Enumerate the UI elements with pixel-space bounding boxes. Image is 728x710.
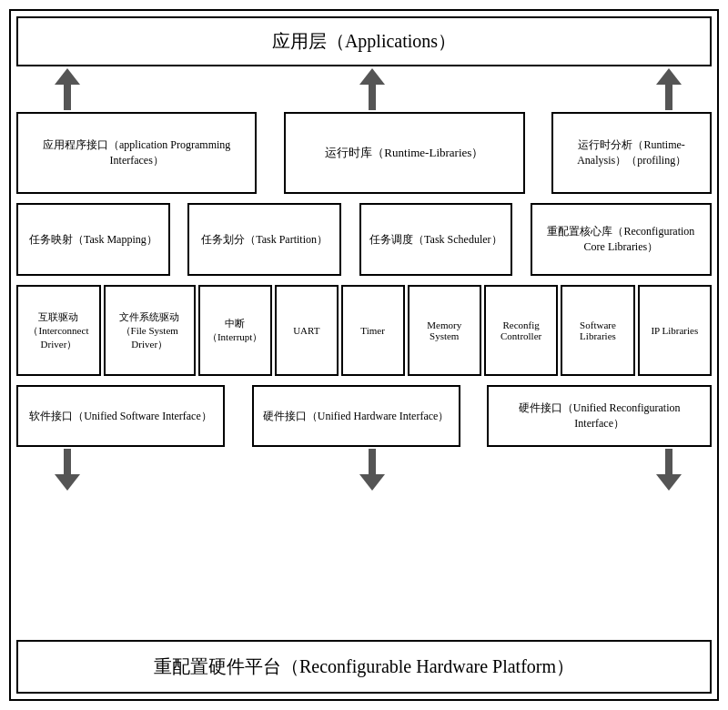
hardware-interface-label: 硬件接口（Unified Hardware Interface） <box>263 409 450 424</box>
runtime-lib-box: 运行时库（Runtime-Libraries） <box>284 112 524 194</box>
reconfig-interface-label: 硬件接口（Unified Reconfiguration Interface） <box>494 401 704 431</box>
arrow-down-shaft-1 <box>64 449 71 474</box>
arrow-up-1-col <box>16 66 118 112</box>
interconnect-driver-label: 互联驱动（Interconnect Driver） <box>24 310 94 351</box>
applications-title: 应用层（Applications） <box>272 31 456 51</box>
interfaces-row: 软件接口（Unified Software Interface） 硬件接口（Un… <box>16 385 712 447</box>
interrupt-label: 中断（Interrupt） <box>206 317 265 344</box>
uart-label: UART <box>293 325 319 336</box>
task-partition-box: 任务划分（Task Partition） <box>187 203 341 276</box>
task-scheduler-box: 任务调度（Task Scheduler） <box>359 203 513 276</box>
hardware-interface-box: 硬件接口（Unified Hardware Interface） <box>252 385 460 447</box>
memory-system-box: Memory System <box>408 285 481 376</box>
hardware-platform-title: 重配置硬件平台（Reconfigurable Hardware Platform… <box>154 656 574 676</box>
runtime-analysis-box: 运行时分析（Runtime-Analysis）（profiling） <box>551 112 712 194</box>
interrupt-box: 中断（Interrupt） <box>198 285 272 376</box>
reconfig-controller-box: Reconfig Controller <box>484 285 558 376</box>
architecture-diagram: 应用层（Applications） 应用程序接口（applicat <box>9 9 719 701</box>
arrow-down-shaft-2 <box>369 449 376 474</box>
arrow-down-3 <box>656 449 682 491</box>
runtime-analysis-label: 运行时分析（Runtime-Analysis）（profiling） <box>559 137 704 168</box>
timer-label: Timer <box>360 325 385 336</box>
arrows-row-down <box>16 447 712 492</box>
arrow-down-1 <box>55 449 80 491</box>
arrow-down-2-col <box>330 447 415 492</box>
arrow-head-1 <box>55 68 80 85</box>
software-libraries-label: Software Libraries <box>568 320 627 341</box>
filesystem-driver-label: 文件系统驱动（File System Driver） <box>111 310 188 351</box>
api-label: 应用程序接口（application Programming Interface… <box>24 137 249 168</box>
arrow-down-head-1 <box>55 474 80 491</box>
arrow-up-3 <box>656 68 682 110</box>
api-row: 应用程序接口（application Programming Interface… <box>16 112 712 194</box>
interconnect-driver-box: 互联驱动（Interconnect Driver） <box>16 285 101 376</box>
arrow-up-1 <box>55 68 80 110</box>
runtime-lib-label: 运行时库（Runtime-Libraries） <box>325 145 483 161</box>
hardware-platform-layer: 重配置硬件平台（Reconfigurable Hardware Platform… <box>16 640 712 694</box>
task-mapping-box: 任务映射（Task Mapping） <box>16 203 170 276</box>
arrow-head-3 <box>656 68 682 85</box>
arrow-up-2-col <box>330 66 415 112</box>
arrow-down-head-3 <box>656 474 682 491</box>
software-interface-box: 软件接口（Unified Software Interface） <box>16 385 225 447</box>
arrow-down-2 <box>359 449 385 491</box>
uart-box: UART <box>275 285 339 376</box>
reconfig-controller-label: Reconfig Controller <box>491 320 551 341</box>
arrow-down-shaft-3 <box>665 449 672 474</box>
arrows-row-1 <box>16 66 712 112</box>
reconfig-core-lib-box: 重配置核心库（Reconfiguration Core Libraries） <box>531 203 712 276</box>
task-partition-label: 任务划分（Task Partition） <box>201 232 328 248</box>
arrow-up-3-col <box>627 66 712 112</box>
api-box: 应用程序接口（application Programming Interface… <box>16 112 257 194</box>
ip-libraries-box: IP Libraries <box>638 285 712 376</box>
tasks-row: 任务映射（Task Mapping） 任务划分（Task Partition） … <box>16 203 712 276</box>
arrow-down-3-col <box>627 447 712 492</box>
task-scheduler-label: 任务调度（Task Scheduler） <box>369 232 501 248</box>
ip-libraries-label: IP Libraries <box>651 325 698 336</box>
arrow-up-2 <box>359 68 385 110</box>
arrow-down-1-col <box>16 447 118 492</box>
reconfig-interface-box: 硬件接口（Unified Reconfiguration Interface） <box>487 385 712 447</box>
reconfig-core-lib-label: 重配置核心库（Reconfiguration Core Libraries） <box>538 224 704 255</box>
drivers-row: 互联驱动（Interconnect Driver） 文件系统驱动（File Sy… <box>16 285 712 376</box>
timer-box: Timer <box>341 285 405 376</box>
arrow-shaft-1 <box>64 85 71 110</box>
filesystem-driver-box: 文件系统驱动（File System Driver） <box>104 285 196 376</box>
software-libraries-box: Software Libraries <box>561 285 634 376</box>
arrow-shaft-3 <box>665 85 672 110</box>
arrow-shaft-2 <box>369 85 376 110</box>
applications-layer: 应用层（Applications） <box>16 16 712 66</box>
arrow-down-head-2 <box>359 474 385 491</box>
software-interface-label: 软件接口（Unified Software Interface） <box>29 409 212 424</box>
memory-system-label: Memory System <box>415 320 474 341</box>
task-mapping-label: 任务映射（Task Mapping） <box>29 232 157 248</box>
arrow-head-2 <box>359 68 385 85</box>
